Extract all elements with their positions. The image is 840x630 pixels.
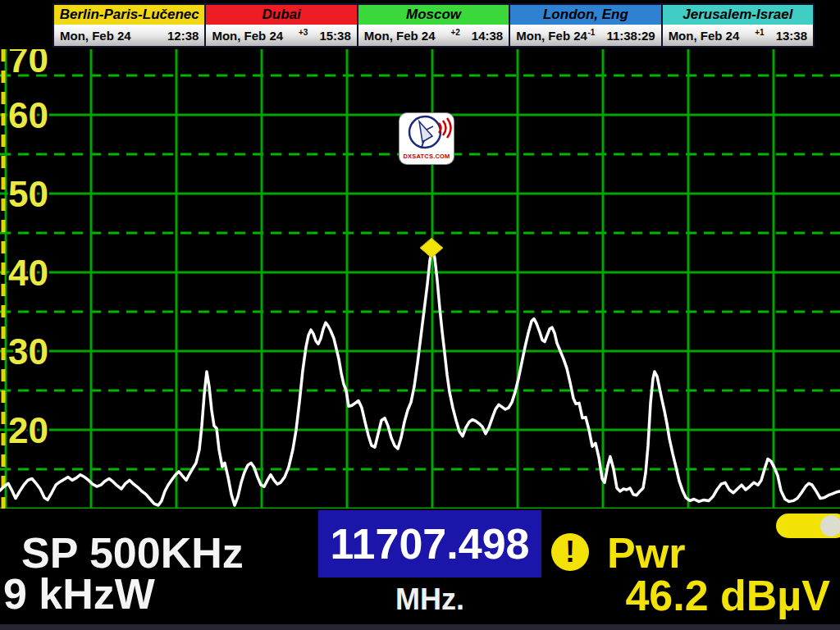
world-clock: Berlin-Paris-LučenecMon, Feb 2412:38Duba… (52, 3, 815, 48)
frequency-value: 11707.498 (331, 519, 530, 568)
bottom-panel: SP 500KHz 9 kHzW 11707.498 MHz. ! Pwr 46… (0, 509, 840, 630)
spectrum-trace (0, 247, 840, 505)
clock-date: Mon, Feb 24 (364, 29, 436, 43)
toggle-knob[interactable] (820, 515, 840, 536)
clock-time: 11:38:29 (606, 29, 655, 43)
clock-time-row: Mon, Feb 24-111:38:29 (510, 25, 660, 46)
clock-city-name: Moscow (358, 5, 509, 25)
frequency-display: 11707.498 (318, 510, 541, 578)
clock-time-row: Mon, Feb 2412:38 (54, 25, 204, 46)
clock-utc-offset: +2 (450, 28, 459, 37)
clock-utc-offset: +3 (299, 28, 308, 37)
clock-cell-jerusalem-israel: Jerusalem-IsraelMon, Feb 24+113:38 (663, 5, 813, 46)
frequency-unit-label: MHz. (318, 582, 541, 617)
spectrum-plot-area: 706050403020 DXSATCS.COM (0, 49, 840, 509)
clock-utc-offset: -1 (588, 28, 596, 37)
bottom-strip (0, 624, 840, 630)
y-axis-label: 40 (8, 253, 48, 293)
clock-date: Mon, Feb 24 (212, 29, 283, 43)
clock-time: 12:38 (167, 29, 199, 43)
rbw-label: 9 kHzW (3, 569, 155, 619)
clock-time-row: Mon, Feb 24+315:38 (206, 25, 356, 46)
dxsatcs-logo: DXSATCS.COM (399, 113, 454, 164)
power-label: Pwr (607, 528, 685, 578)
y-axis-label: 30 (8, 331, 48, 372)
satellite-dish-icon (399, 113, 454, 151)
power-value: 46.2 dBµV (625, 571, 830, 620)
warning-icon: ! (551, 533, 589, 571)
clock-time: 14:38 (472, 29, 503, 43)
clock-time-row: Mon, Feb 24+214:38 (358, 25, 509, 46)
y-axis-label: 70 (8, 49, 48, 80)
clock-city-name: Dubai (206, 5, 356, 25)
clock-cell-dubai: DubaiMon, Feb 24+315:38 (206, 5, 358, 46)
y-axis-label: 20 (8, 410, 48, 450)
clock-date: Mon, Feb 24 (60, 29, 131, 43)
top-bar: Berlin-Paris-LučenecMon, Feb 2412:38Duba… (0, 0, 840, 49)
clock-city-name: London, Eng (510, 5, 660, 25)
peak-marker-icon (420, 238, 443, 258)
clock-date: Mon, Feb 24 (669, 29, 740, 43)
clock-cell-moscow: MoscowMon, Feb 24+214:38 (358, 5, 510, 46)
logo-text: DXSATCS.COM (399, 153, 454, 160)
toggle-pill[interactable] (776, 514, 840, 538)
clock-cell-london-eng: London, EngMon, Feb 24-111:38:29 (510, 5, 662, 46)
clock-time: 13:38 (776, 29, 807, 43)
clock-time: 15:38 (319, 29, 350, 43)
clock-cell-berlin-paris-lu-enec: Berlin-Paris-LučenecMon, Feb 2412:38 (54, 5, 206, 46)
y-axis-label: 60 (8, 95, 48, 135)
clock-date: Mon, Feb 24 (516, 29, 587, 43)
clock-utc-offset: +1 (755, 28, 764, 37)
warning-glyph: ! (565, 535, 575, 568)
clock-city-name: Jerusalem-Israel (663, 5, 813, 25)
clock-city-name: Berlin-Paris-Lučenec (54, 5, 204, 25)
y-axis-label: 50 (8, 174, 48, 214)
clock-time-row: Mon, Feb 24+113:38 (663, 25, 813, 46)
